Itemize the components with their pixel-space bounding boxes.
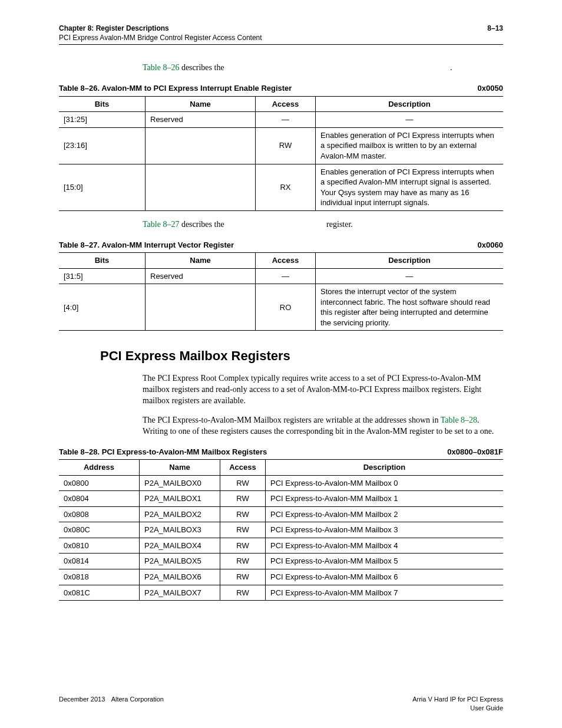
col-bits: Bits bbox=[59, 96, 146, 112]
col-desc: Description bbox=[316, 253, 504, 269]
table-row: [31:5] Reserved — — bbox=[59, 268, 503, 284]
col-bits: Bits bbox=[59, 253, 146, 269]
footer-right-1: Arria V Hard IP for PCI Express bbox=[412, 695, 503, 704]
col-access: Access bbox=[220, 460, 266, 476]
table-27-caption: Table 8–27. Avalon-MM Interrupt Vector R… bbox=[59, 240, 503, 251]
section-heading: PCI Express Mailbox Registers bbox=[100, 347, 503, 365]
header-pageno: 8–13 bbox=[487, 24, 503, 42]
header-chapter: Chapter 8: Register Descriptions bbox=[59, 24, 262, 33]
page-footer: December 2013 Altera Corporation Arria V… bbox=[59, 695, 503, 713]
table-27: Bits Name Access Description [31:5] Rese… bbox=[59, 252, 503, 331]
table-row: 0x0810P2A_MAILBOX4RWPCI Express-to-Avalo… bbox=[59, 538, 503, 554]
table-row: 0x0800P2A_MAILBOX0RWPCI Express-to-Avalo… bbox=[59, 475, 503, 491]
section-paragraph-1: The PCI Express Root Complex typically r… bbox=[143, 373, 503, 407]
page-header: Chapter 8: Register Descriptions PCI Exp… bbox=[59, 24, 503, 45]
col-name: Name bbox=[140, 460, 220, 476]
table-row: 0x0814P2A_MAILBOX5RWPCI Express-to-Avalo… bbox=[59, 554, 503, 569]
table-28-caption-right: 0x0800–0x081F bbox=[447, 447, 503, 457]
table-row: [23:16] RW Enables generation of PCI Exp… bbox=[59, 127, 503, 164]
link-table-27[interactable]: Table 8–27 bbox=[143, 220, 179, 229]
col-name: Name bbox=[146, 253, 256, 269]
table-row: [4:0] RO Stores the interrupt vector of … bbox=[59, 284, 503, 331]
header-subtitle: PCI Express Avalon-MM Bridge Control Reg… bbox=[59, 33, 262, 42]
col-desc: Description bbox=[316, 96, 504, 112]
col-access: Access bbox=[256, 253, 316, 269]
table-row: 0x081CP2A_MAILBOX7RWPCI Express-to-Avalo… bbox=[59, 585, 503, 601]
table-row: [15:0] RX Enables generation of PCI Expr… bbox=[59, 164, 503, 210]
table-26-caption-right: 0x0050 bbox=[478, 83, 503, 94]
table-26-caption: Table 8–26. Avalon-MM to PCI Express Int… bbox=[59, 83, 503, 94]
col-addr: Address bbox=[59, 460, 140, 476]
col-access: Access bbox=[256, 96, 316, 112]
col-name: Name bbox=[146, 96, 256, 112]
table-row: 0x0804P2A_MAILBOX1RWPCI Express-to-Avalo… bbox=[59, 491, 503, 507]
col-desc: Description bbox=[266, 460, 504, 476]
table-28-caption: Table 8–28. PCI Express-to-Avalon-MM Mai… bbox=[59, 447, 503, 457]
section-paragraph-2: The PCI Express-to-Avalon-MM Mailbox reg… bbox=[143, 415, 503, 437]
table-row: 0x0818P2A_MAILBOX6RWPCI Express-to-Avalo… bbox=[59, 569, 503, 585]
footer-left: December 2013 Altera Corporation bbox=[59, 695, 164, 713]
table-26-caption-left: Table 8–26. Avalon-MM to PCI Express Int… bbox=[59, 83, 292, 94]
link-table-28[interactable]: Table 8–28 bbox=[441, 416, 477, 424]
table-row: [31:25] Reserved — — bbox=[59, 112, 503, 128]
table-27-caption-right: 0x0060 bbox=[478, 240, 503, 251]
table-row: 0x0808P2A_MAILBOX2RWPCI Express-to-Avalo… bbox=[59, 506, 503, 522]
table-row: 0x080CP2A_MAILBOX3RWPCI Express-to-Avalo… bbox=[59, 522, 503, 538]
table-28-caption-left: Table 8–28. PCI Express-to-Avalon-MM Mai… bbox=[59, 447, 267, 457]
link-table-26[interactable]: Table 8–26 bbox=[143, 63, 179, 72]
intro-table-27: Table 8–27 describes the register. bbox=[100, 219, 503, 230]
table-26: Bits Name Access Description [31:25] Res… bbox=[59, 96, 503, 211]
footer-right-2: User Guide bbox=[412, 704, 503, 713]
intro-table-26: Table 8–26 describes the . bbox=[143, 62, 503, 74]
table-28: Address Name Access Description 0x0800P2… bbox=[59, 459, 503, 601]
table-27-caption-left: Table 8–27. Avalon-MM Interrupt Vector R… bbox=[59, 240, 234, 251]
